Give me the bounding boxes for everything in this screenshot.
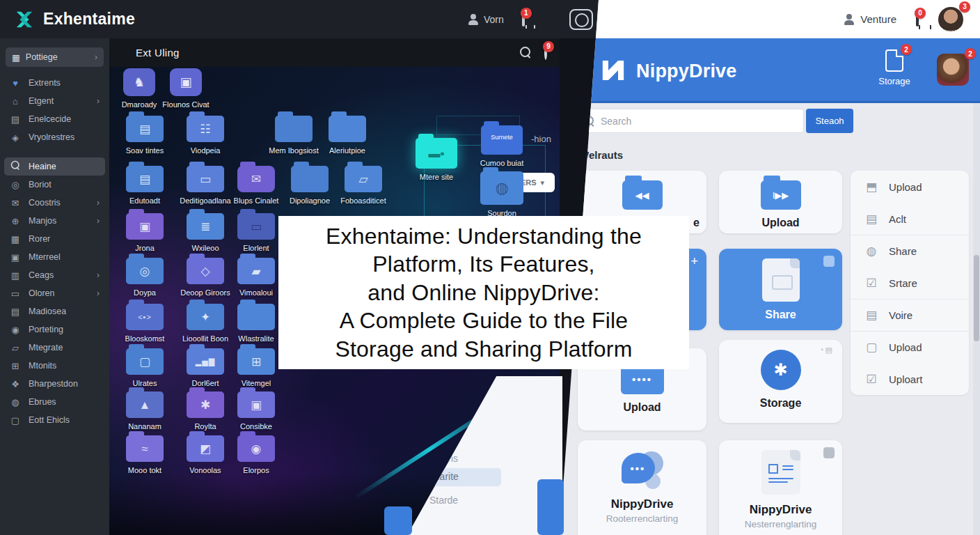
sidebar-item-rorer[interactable]: ▦ Rorer — [0, 230, 109, 248]
account-button[interactable]: 9 — [544, 47, 547, 59]
sidebar-item-ebrues[interactable]: ◍ Ebrues — [0, 393, 109, 411]
sidebar-item-boriot[interactable]: ◎ Boriot — [0, 176, 109, 194]
left-user-menu[interactable]: Vorn — [468, 14, 504, 25]
folder-rewind-icon: ◀◀ — [622, 180, 663, 210]
sidebar-item-heaine[interactable]: Heaine — [4, 157, 105, 176]
desktop-folder[interactable]: ▰ Vimoaloui — [226, 258, 286, 297]
sidebar-item-mtegrate[interactable]: ▱ Mtegrate — [0, 339, 109, 357]
right-user-menu[interactable]: Venture — [844, 13, 896, 25]
right-cart-button[interactable]: 0 — [916, 13, 919, 26]
search-input[interactable] — [601, 116, 796, 127]
left-app-topbar: Exhentaime Vorn 1 — [0, 0, 600, 38]
card-share[interactable]: Share — [719, 249, 842, 330]
list-label: Share — [889, 245, 917, 257]
chevron-right-icon: › — [97, 96, 100, 106]
list-label: Upload — [889, 341, 922, 353]
sidebar-item-eott-ehicls[interactable]: ▢ Eott Ehicls — [0, 411, 109, 429]
list-item-upload[interactable]: ⬒ Upload — [851, 171, 969, 203]
sidebar-item-ceags[interactable]: ▥ Ceags › — [0, 266, 109, 284]
desktop-folder[interactable]: Mem Ibogsiost — [264, 116, 324, 155]
desktop-folder[interactable]: ▣ Consibke — [226, 391, 286, 431]
sidebar-item-oloren[interactable]: ▭ Oloren › — [0, 284, 109, 302]
desktop-folder[interactable]: ≈ Mooo tokt — [115, 435, 175, 474]
list-label: Uploart — [889, 373, 922, 385]
folder-forward-icon: I▶▶ — [761, 180, 801, 210]
desktop-folder[interactable]: ▤ Edutoadt — [115, 166, 175, 205]
sidebar-item-enelcecide[interactable]: ▤ Enelcecide — [0, 110, 109, 128]
desktop-folder-mtere[interactable]: ▬▪ Mtere site — [406, 138, 466, 181]
sidebar-item-extrents[interactable]: ♥ Extrents — [0, 74, 109, 92]
file-icon — [885, 49, 903, 72]
desktop-folder[interactable]: ▭ Elorlent — [226, 213, 286, 252]
list-item-srtare[interactable]: ☑ Srtare — [851, 267, 969, 299]
sidebar-item-pottiege[interactable]: ▦ Pottiege › — [6, 47, 104, 67]
list-item-uploart[interactable]: ☑ Uploart — [851, 363, 969, 395]
sidebar-item-vryolrestres[interactable]: ◈ Vryolrestres — [0, 128, 109, 146]
sidebar-item-coostris[interactable]: ✉ Coostris › — [0, 194, 109, 212]
document-icon: ▤ — [864, 308, 878, 323]
desktop-folder[interactable]: ▢ Ulrates — [115, 348, 175, 387]
card-upload-top[interactable]: I▶▶ Upload — [719, 171, 842, 233]
sidebar-item-madiosea[interactable]: ▤ Madiosea — [0, 302, 109, 320]
card-label: Storage — [719, 397, 842, 410]
card-subtitle: Nesterrenglarting — [719, 519, 842, 529]
card-nippydrive-2[interactable]: NippyDrive Nesterrenglarting — [719, 440, 842, 535]
sidebar-item-etgent[interactable]: ⌂ Etgent › — [0, 92, 109, 110]
scrollbar-thumb[interactable] — [974, 255, 979, 341]
nippydrive-logo-icon — [599, 55, 628, 86]
desktop-folder[interactable]: ▱ Foboasditicet — [333, 166, 393, 205]
desktop-folder[interactable]: <▪> Blooskomst — [115, 304, 175, 343]
desktop-app-icon[interactable]: ▣ Flounos Civat — [156, 68, 216, 109]
right-avatar-button[interactable]: 3 — [938, 7, 963, 32]
sidebar-label: Oloren — [29, 288, 55, 298]
search-button[interactable]: Steaoh — [806, 109, 853, 133]
sidebar-item-mterreel[interactable]: ▣ Mterreel — [0, 248, 109, 266]
sidebar-label: Coostris — [29, 198, 61, 208]
list-item-voire[interactable]: ▤ Voire — [851, 299, 969, 331]
sidebar-label: Manjos — [29, 216, 56, 226]
list-item-share[interactable]: ◍ Share — [851, 235, 969, 267]
desktop-folder[interactable]: ◉ Elorpos — [226, 435, 286, 474]
desktop-folder[interactable]: ◎ Doypa — [115, 258, 175, 297]
content-title: Ext Uling — [136, 47, 180, 59]
card-label: Share — [719, 309, 842, 321]
list-label: Srtare — [889, 277, 917, 289]
desktop-folder[interactable]: ✉ Blups Cinalet — [226, 166, 286, 205]
desktop-folder[interactable]: ▤ Soav tintes — [115, 116, 175, 155]
sidebar-item-bharpestdon[interactable]: ❖ Bharpestdon — [0, 375, 109, 393]
image-icon: ▣ — [10, 252, 21, 263]
grid-icon: ⊞ — [10, 361, 21, 371]
banner-line: Platform, Its Features, — [278, 250, 689, 279]
document-icon: ▱ — [10, 343, 21, 353]
left-cart-button[interactable]: 1 — [522, 13, 525, 26]
search-icon[interactable] — [520, 47, 532, 59]
user-icon — [468, 14, 479, 25]
box-icon: ▢ — [864, 340, 878, 355]
sidebar-item-mtonits[interactable]: ⊞ Mtonits — [0, 357, 109, 375]
desktop-folder-cumoo[interactable]: Surnete Cumoo buiat — [472, 125, 532, 167]
chat-bubble-icon: ••• — [622, 451, 663, 489]
storage-header-button[interactable]: 2 Storage — [876, 49, 912, 86]
desktop-folder[interactable]: Dipoliagnoe — [280, 166, 340, 205]
sidebar-label: Rorer — [29, 234, 50, 244]
card-nippydrive-1[interactable]: ••• NippyDrive Rooterrenclarting — [578, 440, 706, 535]
sidebar-item-manjos[interactable]: ⊕ Manjos › — [0, 212, 109, 230]
list-item-upload-2[interactable]: ▢ Upload — [851, 331, 969, 363]
list-item-aclt[interactable]: ▤ Aclt — [851, 203, 969, 235]
desktop-folder[interactable]: Aleriutpioe — [317, 116, 377, 155]
desktop-folder[interactable]: ☷ Viodpeia — [175, 116, 235, 155]
sidebar-item-porteting[interactable]: ◉ Porteting — [0, 320, 109, 339]
document-icon — [761, 450, 800, 495]
desktop-folder[interactable]: ▣ Jrona — [115, 213, 175, 252]
inbox-icon: ⬒ — [864, 180, 878, 194]
desktop-folder[interactable]: ▲ Nananam — [115, 391, 175, 431]
sidebar-label: Extrents — [29, 78, 61, 88]
header-avatar-button[interactable]: 2 — [937, 54, 969, 86]
desktop-folder-sourdon[interactable]: ◍ Sourdon — [472, 171, 532, 217]
desktop-folder[interactable]: ⊞ Vitemgel — [226, 348, 286, 387]
desktop-folder[interactable]: Wlastralite — [226, 304, 286, 343]
avatar-badge: 3 — [959, 1, 970, 13]
card-storage[interactable]: ◔▤ ✱ Storage — [719, 340, 842, 423]
scrollbar[interactable] — [973, 103, 980, 535]
folder-icon: ▢ — [10, 415, 21, 426]
